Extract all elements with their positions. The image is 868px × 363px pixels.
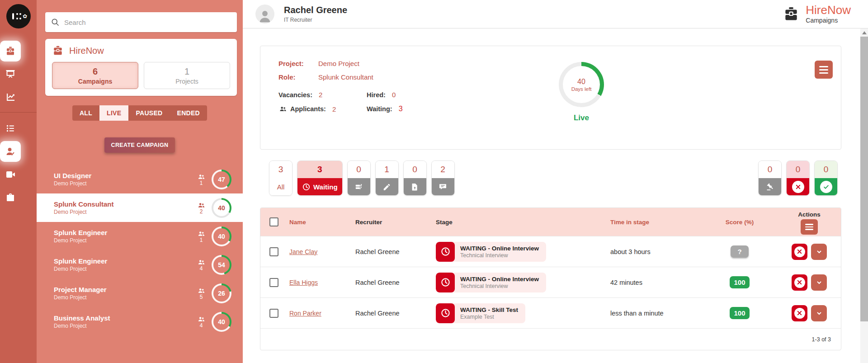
briefcase-icon [783,5,800,23]
waiting-clock-icon [436,303,455,323]
campaign-info: Project ManagerDemo Project [54,286,195,301]
person-check-icon [5,146,16,157]
stage-detail: Technical Interview [460,283,539,289]
column-header-recruiter[interactable]: Recruiter [355,219,436,226]
project-value: Demo Project [318,60,359,67]
applicants-count: 2 [195,209,207,214]
campaign-overview-card: Project: Demo Project Role: Splunk Consu… [260,46,841,150]
projects-stat-button[interactable]: 1 Projects [144,62,230,89]
filter-count: 0 [404,161,426,178]
rail-item-presentation[interactable] [0,64,21,85]
search-input[interactable] [64,19,231,26]
campaign-status-tabs: ALLLIVEPAUSEDENDED [72,105,207,121]
campaigns-stat-button[interactable]: 6 Campaigns [52,62,138,89]
briefcase-icon [5,46,16,57]
row-checkbox[interactable] [269,278,278,287]
stage-status: WAITING - Online Interview [460,276,539,283]
clock-icon [302,183,311,191]
cross-circle-icon [792,181,804,193]
tab-all[interactable]: ALL [72,105,99,121]
campaign-project: Demo Project [54,180,195,187]
days-left-number: 40 [213,200,230,216]
rail-item-briefcase-small[interactable] [0,187,21,208]
campaign-list-item[interactable]: Project ManagerDemo Project526 [37,279,243,307]
campaign-list-item[interactable]: Splunk EngineerDemo Project140 [37,222,243,250]
create-campaign-button[interactable]: CREATE CAMPAIGN [104,137,175,153]
column-header-score-[interactable]: Score (%) [702,219,778,226]
tab-live[interactable]: LIVE [99,105,128,121]
applicants-count: 4 [195,323,207,328]
filter-count: 0 [815,161,837,178]
filter-chat[interactable]: 2 [431,160,455,196]
row-checkbox[interactable] [269,309,278,318]
campaign-list-item[interactable]: Splunk EngineerDemo Project454 [37,250,243,279]
table-menu-button[interactable] [801,219,818,235]
campaign-info: Splunk EngineerDemo Project [54,229,195,244]
days-left-widget: 40 Days left Live [559,60,604,138]
days-left-number: 40 [213,314,230,330]
applicant-link[interactable]: Jane Clay [289,248,317,255]
days-left-circle: 40 Days left [559,62,604,107]
rail-item-trend-chart[interactable] [0,87,21,108]
filter-body [404,178,426,195]
filter-pencil[interactable]: 1 [375,160,399,196]
briefcase-small-icon [5,192,16,203]
row-checkbox[interactable] [269,247,278,256]
table-row: Jane ClayRachel GreeneWAITING - Online I… [260,236,841,267]
filter-all[interactable]: 3All [269,160,292,196]
top-header: Rachel Greene IT Recruiter HireNow Campa… [243,0,868,28]
overview-stat-label: Hired: [367,91,386,99]
filter-assessments[interactable]: 0 [347,160,371,196]
scrollbar-up-arrow[interactable] [860,28,868,37]
campaign-project: Demo Project [54,323,195,329]
applicants-indicator: 1 [195,173,207,186]
table-header-row: NameRecruiterStageTime in stageScore (%)… [260,208,841,236]
recruiter-cell: Rachel Greene [355,248,436,255]
expand-button[interactable] [811,274,827,291]
filter-check-circle[interactable]: 0 [814,160,838,196]
rail-item-video-camera[interactable] [0,164,21,185]
filter-body [787,178,809,195]
filter-cross-circle[interactable]: 0 [786,160,810,196]
tab-paused[interactable]: PAUSED [128,105,170,121]
column-header-stage[interactable]: Stage [436,219,610,226]
filter-file-upload[interactable]: 0 [403,160,427,196]
campaign-list-item[interactable]: Splunk ConsultantDemo Project240 [37,193,243,222]
overview-stat-value: 0 [392,91,396,99]
stage-text: WAITING - Skill TestExample Test [455,303,525,323]
reject-button[interactable] [792,244,807,260]
column-header-name[interactable]: Name [289,219,355,226]
overview-stat-label: Vacancies: [278,91,312,99]
project-label: Project: [278,60,318,67]
scrollbar-thumb[interactable] [860,37,868,321]
vertical-scrollbar[interactable] [860,28,868,363]
filter-count: 1 [376,161,398,178]
stage-badge: WAITING - Online InterviewTechnical Inte… [436,273,546,292]
row-actions [778,244,841,260]
reject-button[interactable] [792,274,807,291]
rail-item-briefcase[interactable] [0,41,21,61]
applicant-link[interactable]: Ron Parker [289,310,321,317]
time-in-stage-cell: less than a minute [610,310,702,317]
applicant-link[interactable]: Ella Higgs [289,279,318,286]
select-all-checkbox[interactable] [269,217,278,226]
expand-button[interactable] [811,305,827,321]
stage-badge: WAITING - Online InterviewTechnical Inte… [436,242,546,262]
overview-menu-button[interactable] [815,61,833,79]
rail-item-list[interactable] [0,118,21,139]
applicants-table: NameRecruiterStageTime in stageScore (%)… [260,207,841,350]
filter-waiting[interactable]: 3Waiting [297,160,343,196]
filter-body [432,178,454,195]
score-cell: 100 [702,307,778,319]
reject-button[interactable] [792,305,807,321]
campaign-list-item[interactable]: UI DesignerDemo Project147 [37,165,243,193]
tab-ended[interactable]: ENDED [170,105,208,121]
overview-stat-value: 2 [332,105,336,113]
column-header-time-in-stage[interactable]: Time in stage [610,219,702,226]
filter-count: 0 [759,161,781,178]
chevron-down-icon [816,310,823,317]
expand-button[interactable] [811,244,827,260]
rail-item-person-check[interactable] [0,141,21,162]
campaign-list-item[interactable]: Business AnalystDemo Project440 [37,307,243,336]
filter-gavel[interactable]: 0 [758,160,782,196]
